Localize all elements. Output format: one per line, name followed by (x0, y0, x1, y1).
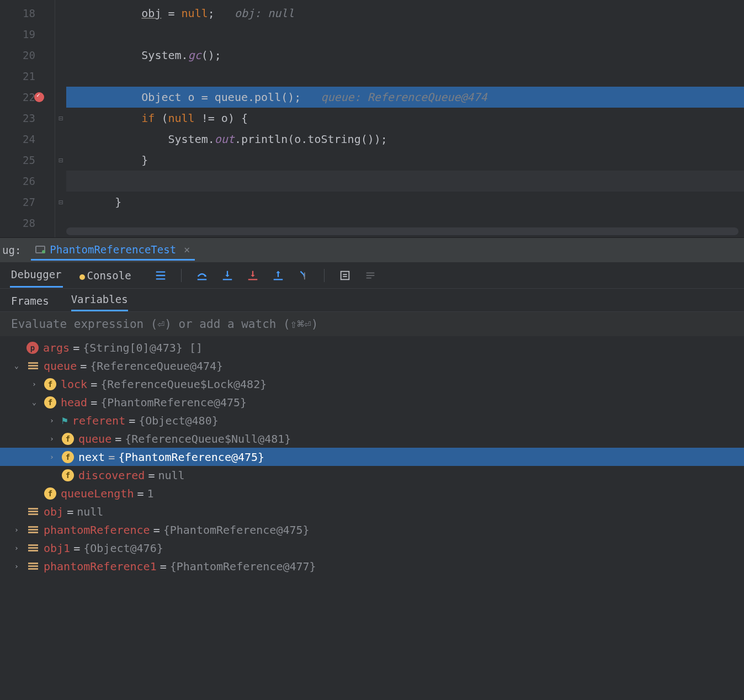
fold-handle[interactable]: ⊟ (55, 150, 66, 171)
variable-value: {Object@476} (83, 542, 163, 555)
variable-row[interactable]: ›⚑referent = {Object@480} (0, 411, 744, 429)
tab-variables[interactable]: Variables (71, 293, 128, 311)
variable-value: {PhantomReference@475} (118, 450, 264, 464)
evaluate-expression-button[interactable] (337, 267, 353, 284)
code-line[interactable]: } (66, 192, 744, 213)
line-number[interactable]: 26 (0, 171, 55, 192)
tab-console[interactable]: Console (78, 264, 132, 287)
line-number[interactable]: 21 (0, 66, 55, 87)
step-out-button[interactable] (270, 267, 286, 284)
field-icon: f (62, 451, 74, 463)
fold-handle[interactable]: ⊟ (55, 192, 66, 213)
variable-row[interactable]: ›phantomReference1 = {PhantomReference@4… (0, 557, 744, 575)
fold-handle[interactable] (55, 213, 66, 234)
code-line[interactable]: obj = null; obj: null (66, 3, 744, 24)
variable-row[interactable]: ›phantomReference = {PhantomReference@47… (0, 521, 744, 539)
variable-name: queueLength (61, 487, 134, 500)
variable-row[interactable]: pargs = {String[0]@473} [] (0, 338, 744, 357)
variable-row[interactable]: ›flock = {ReferenceQueue$Lock@482} (0, 375, 744, 393)
chevron-right-icon[interactable]: › (46, 453, 57, 461)
variable-name: discovered (78, 469, 145, 482)
code-line[interactable] (66, 24, 744, 45)
variable-name: phantomReference1 (44, 560, 157, 573)
fold-handle[interactable] (55, 3, 66, 24)
variable-row[interactable]: fdiscovered = null (0, 466, 744, 484)
fold-handle[interactable] (55, 129, 66, 150)
line-number[interactable]: 22 (0, 87, 55, 108)
step-over-button[interactable] (194, 267, 210, 284)
fold-handle[interactable] (55, 87, 66, 108)
fold-handle[interactable]: ⊟ (55, 108, 66, 129)
breakpoint-icon[interactable] (34, 92, 44, 102)
chevron-right-icon[interactable]: › (29, 380, 40, 388)
field-icon: f (44, 378, 56, 390)
object-icon (28, 362, 38, 370)
code-line[interactable]: if (null != o) { (66, 108, 744, 129)
chevron-right-icon[interactable]: › (11, 526, 22, 534)
code-editor[interactable]: 1819202122232425262728 ⊟⊟⊟ obj = null; o… (0, 0, 744, 237)
variable-value: {ReferenceQueue$Null@481} (125, 432, 291, 446)
variable-value: {PhantomReference@475} (100, 396, 247, 409)
close-icon[interactable]: × (184, 243, 190, 256)
threads-icon[interactable] (152, 267, 169, 284)
variable-name: phantomReference (44, 523, 150, 537)
fold-handle[interactable] (55, 45, 66, 66)
run-config-tab[interactable]: PhantomReferenceTest × (31, 240, 194, 261)
evaluate-expression-input[interactable]: Evaluate expression (⏎) or add a watch (… (0, 312, 744, 336)
debug-label: ug: (2, 244, 21, 256)
variable-name: referent (72, 414, 125, 427)
object-icon (28, 544, 38, 553)
trace-current-stream-button[interactable] (362, 267, 379, 284)
variables-tree[interactable]: pargs = {String[0]@473} []⌄queue = {Refe… (0, 336, 744, 575)
code-line[interactable]: System.gc(); (66, 45, 744, 66)
code-line[interactable]: Object o = queue.poll(); queue: Referenc… (66, 87, 744, 108)
variable-row[interactable]: ›fnext = {PhantomReference@475} (0, 448, 744, 466)
variable-row[interactable]: fqueueLength = 1 (0, 484, 744, 502)
chevron-right-icon[interactable]: › (46, 434, 57, 443)
line-number[interactable]: 25 (0, 150, 55, 171)
code-area[interactable]: obj = null; obj: null System.gc(); Objec… (66, 0, 744, 237)
fold-handle[interactable] (55, 24, 66, 45)
line-number[interactable]: 19 (0, 24, 55, 45)
tab-debugger[interactable]: Debugger (10, 263, 63, 288)
variable-value: {ReferenceQueue@474} (90, 359, 223, 373)
code-line[interactable] (66, 171, 744, 192)
line-number[interactable]: 18 (0, 3, 55, 24)
fold-handle[interactable] (55, 66, 66, 87)
variable-value: {ReferenceQueue$Lock@482} (100, 378, 267, 391)
field-icon: f (62, 469, 74, 481)
variable-row[interactable]: ⌄queue = {ReferenceQueue@474} (0, 357, 744, 375)
force-step-into-button[interactable] (245, 267, 261, 284)
variable-row[interactable]: ›obj1 = {Object@476} (0, 539, 744, 557)
variable-row[interactable]: ⌄fhead = {PhantomReference@475} (0, 393, 744, 411)
chevron-down-icon[interactable]: ⌄ (29, 398, 40, 406)
chevron-right-icon[interactable]: › (46, 416, 57, 425)
run-config-name: PhantomReferenceTest (50, 243, 176, 256)
chevron-right-icon[interactable]: › (11, 562, 22, 570)
line-number[interactable]: 28 (0, 213, 55, 234)
object-icon (28, 507, 38, 516)
code-line[interactable] (66, 66, 744, 87)
variable-name: next (78, 450, 105, 464)
line-number[interactable]: 23 (0, 108, 55, 129)
chevron-down-icon[interactable]: ⌄ (11, 362, 22, 370)
line-number[interactable]: 27 (0, 192, 55, 213)
run-to-cursor-button[interactable] (295, 267, 312, 284)
variable-name: head (61, 396, 87, 409)
parameter-icon: p (26, 342, 39, 354)
code-line[interactable]: System.out.println(o.toString()); (66, 129, 744, 150)
step-into-button[interactable] (219, 267, 236, 284)
horizontal-scrollbar[interactable] (66, 227, 738, 235)
variable-name: obj (44, 505, 63, 518)
code-line[interactable]: } (66, 150, 744, 171)
tab-frames[interactable]: Frames (11, 295, 49, 311)
line-number[interactable]: 24 (0, 129, 55, 150)
variable-row[interactable]: obj = null (0, 502, 744, 521)
chevron-right-icon[interactable]: › (11, 544, 22, 552)
fold-handle[interactable] (55, 171, 66, 192)
line-gutter: 1819202122232425262728 (0, 0, 55, 237)
fold-column: ⊟⊟⊟ (55, 0, 66, 237)
variable-value: {PhantomReference@475} (163, 523, 310, 537)
line-number[interactable]: 20 (0, 45, 55, 66)
variable-row[interactable]: ›fqueue = {ReferenceQueue$Null@481} (0, 429, 744, 448)
